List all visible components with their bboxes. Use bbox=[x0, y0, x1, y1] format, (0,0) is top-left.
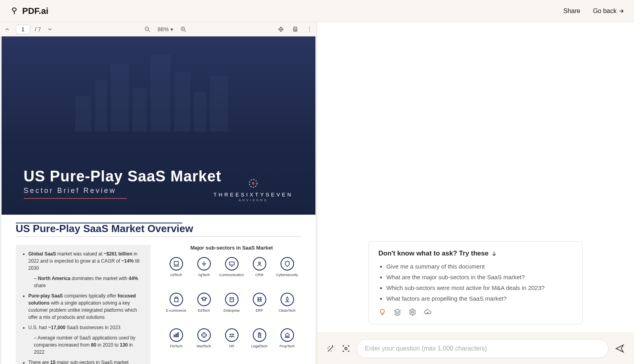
company-badge: THREESIXTYSEVEN ADVISORS bbox=[214, 178, 293, 202]
sector-item: EdTech bbox=[192, 293, 216, 313]
suggestion-item[interactable]: What factors are propelling the SaaS mar… bbox=[386, 295, 573, 302]
sector-item: FinTech bbox=[164, 328, 189, 348]
sector-item: CRM bbox=[247, 257, 272, 277]
svg-point-11 bbox=[345, 347, 347, 350]
svg-point-6 bbox=[309, 29, 310, 30]
cloud-download-icon[interactable] bbox=[424, 308, 432, 316]
pan-button[interactable] bbox=[277, 25, 285, 33]
bullet-item: U.S. had ~17,000 SaaS businesses in 2023 bbox=[29, 324, 144, 331]
underline-accent bbox=[24, 198, 127, 199]
bullet-item: There are 15 major sub-sectors in SaaS m… bbox=[29, 359, 144, 364]
page-down-button[interactable] bbox=[46, 25, 54, 33]
cover-slide: US Pure-Play SaaS Market Sector Brief Re… bbox=[2, 36, 315, 215]
chat-area: Don't know what to ask? Try these Give m… bbox=[317, 22, 634, 332]
suggestion-title: Don't know what to ask? Try these bbox=[378, 250, 573, 257]
company-name: THREESIXTYSEVEN bbox=[214, 192, 293, 198]
sub-bullet: Average number of SaaS applications used… bbox=[34, 334, 144, 356]
sector-item: MedTech bbox=[192, 328, 216, 348]
svg-point-7 bbox=[309, 30, 310, 31]
print-button[interactable] bbox=[291, 25, 299, 33]
svg-point-9 bbox=[252, 182, 255, 185]
svg-rect-3 bbox=[294, 27, 297, 28]
suggestion-list: Give me a summary of this documentWhat a… bbox=[378, 263, 573, 302]
chat-input[interactable] bbox=[357, 339, 609, 358]
overview-title: US Pure-Play SaaS Market Overview bbox=[16, 223, 301, 237]
gear-icon[interactable] bbox=[409, 308, 416, 316]
sector-item: AdTech bbox=[164, 257, 189, 277]
logo-icon bbox=[10, 6, 19, 16]
bullet-item: Global SaaS market was valued at ~$261 b… bbox=[29, 250, 144, 272]
company-role: ADVISORS bbox=[214, 198, 293, 202]
arrow-down-icon bbox=[491, 250, 497, 257]
sector-item: AgTech bbox=[192, 257, 216, 277]
magic-wand-icon[interactable] bbox=[327, 344, 335, 353]
skyline-graphic bbox=[75, 52, 242, 131]
chat-input-bar bbox=[317, 332, 634, 364]
share-button[interactable]: Share bbox=[563, 8, 581, 15]
overview-slide: US Pure-Play SaaS Market Overview Global… bbox=[2, 215, 315, 364]
sector-item: ERP bbox=[247, 293, 272, 313]
suggestion-item[interactable]: What are the major sub-sectors in the Sa… bbox=[386, 274, 573, 280]
page-input[interactable] bbox=[16, 25, 30, 34]
chat-pane: Don't know what to ask? Try these Give m… bbox=[317, 22, 634, 364]
sector-item: PropTech bbox=[275, 328, 300, 348]
sub-bullet: North America dominates the market with … bbox=[34, 275, 144, 289]
suggestion-item[interactable]: Which sub-sectors were most active for M… bbox=[386, 284, 573, 291]
arrow-right-icon bbox=[618, 8, 624, 14]
sector-grid-title: Major sub-sectors in SaaS Market bbox=[162, 245, 301, 251]
pdf-toolbar: / 7 88% ▾ bbox=[0, 22, 317, 36]
sector-grid: Major sub-sectors in SaaS Market AdTechA… bbox=[162, 245, 301, 364]
more-button[interactable] bbox=[306, 25, 313, 33]
suggestion-item[interactable]: Give me a summary of this document bbox=[386, 263, 573, 270]
company-logo-icon bbox=[248, 178, 258, 189]
scan-icon[interactable] bbox=[342, 344, 350, 353]
overview-text-column: Global SaaS market was valued at ~$261 b… bbox=[16, 245, 151, 364]
logo[interactable]: PDF.ai bbox=[10, 6, 48, 16]
svg-rect-4 bbox=[294, 30, 297, 31]
suggestion-icons bbox=[378, 308, 573, 316]
sector-item: CleanTech bbox=[275, 293, 300, 313]
brand-text: PDF.ai bbox=[22, 6, 48, 16]
svg-point-5 bbox=[309, 27, 310, 28]
pdf-page-1: US Pure-Play SaaS Market Sector Brief Re… bbox=[2, 36, 315, 364]
sector-item: Communication bbox=[220, 257, 244, 277]
layers-icon[interactable] bbox=[393, 308, 401, 316]
pdf-pane: / 7 88% ▾ bbox=[0, 22, 317, 364]
zoom-level[interactable]: 88% ▾ bbox=[158, 26, 173, 32]
page-total: / 7 bbox=[35, 26, 41, 32]
svg-point-10 bbox=[412, 311, 414, 313]
lightbulb-icon[interactable] bbox=[378, 308, 386, 316]
header-actions: Share Go back bbox=[563, 8, 624, 15]
zoom-out-button[interactable] bbox=[143, 25, 151, 33]
send-button[interactable] bbox=[615, 344, 624, 353]
app-header: PDF.ai Share Go back bbox=[0, 0, 634, 22]
go-back-button[interactable]: Go back bbox=[593, 8, 624, 15]
sector-item: E-commerce bbox=[164, 293, 189, 313]
sector-item: Cybersecurity bbox=[275, 257, 300, 277]
sector-item: HR bbox=[220, 328, 244, 348]
page-up-button[interactable] bbox=[3, 25, 11, 33]
suggestion-box: Don't know what to ask? Try these Give m… bbox=[369, 241, 582, 324]
zoom-in-button[interactable] bbox=[180, 25, 187, 33]
sector-item: LegalTech bbox=[247, 328, 272, 348]
sector-item: Enterprise bbox=[220, 293, 244, 313]
pdf-viewport[interactable]: US Pure-Play SaaS Market Sector Brief Re… bbox=[0, 36, 317, 364]
bullet-item: Pure-play SaaS companies typically offer… bbox=[29, 292, 144, 321]
